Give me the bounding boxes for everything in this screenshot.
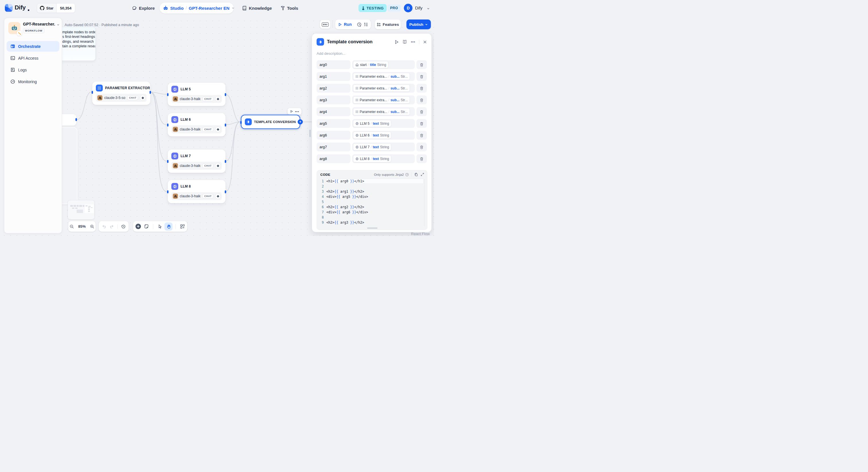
chevron-down-icon[interactable] — [231, 6, 235, 10]
dify-logo-icon[interactable] — [5, 4, 12, 12]
variable-name-input[interactable]: arg4 — [317, 107, 350, 116]
checklist-icon[interactable] — [364, 22, 368, 27]
node-llm-7[interactable]: LLM 7 claude-3-haiku-... CHAT — [167, 149, 226, 173]
account-name[interactable]: Dify — [415, 5, 423, 10]
redo-button[interactable] — [108, 223, 115, 230]
variable-value-select[interactable]: Parameter extra... / sub... Str... — [352, 72, 415, 81]
input-port[interactable] — [167, 191, 168, 193]
nav-explore[interactable]: Explore — [132, 0, 155, 16]
user-avatar[interactable]: D — [404, 4, 412, 12]
input-port[interactable] — [167, 160, 168, 163]
nav-tools[interactable]: Tools — [280, 0, 298, 16]
variable-name-input[interactable]: arg8 — [317, 154, 350, 163]
output-port[interactable] — [150, 91, 151, 94]
studio-breadcrumb[interactable]: Studio / GPT-Researcher EN — [160, 3, 234, 13]
variable-name-input[interactable]: arg2 — [317, 84, 350, 93]
add-node-button[interactable] — [134, 223, 142, 230]
zoom-level[interactable]: 85% — [78, 224, 86, 229]
zoom-in-button[interactable] — [89, 223, 96, 230]
delete-variable-button[interactable] — [416, 154, 427, 163]
output-port[interactable] — [225, 191, 226, 193]
node-llm-6[interactable]: LLM 6 claude-3-haiku-... CHAT — [167, 113, 226, 136]
variable-name-input[interactable]: arg6 — [317, 131, 350, 140]
close-panel-icon[interactable] — [423, 40, 427, 44]
output-port[interactable] — [225, 160, 226, 163]
publish-button[interactable]: Publish — [406, 20, 431, 29]
change-history-icon[interactable] — [120, 223, 127, 230]
panel-more-icon[interactable]: ••• — [411, 40, 415, 44]
features-button[interactable]: Features — [375, 20, 401, 29]
breadcrumb-app-name[interactable]: GPT-Researcher EN — [189, 6, 229, 11]
hand-mode-button[interactable] — [164, 223, 173, 231]
sidebar-item-orchestrate[interactable]: Orchestrate — [7, 41, 59, 52]
delete-variable-button[interactable] — [416, 72, 427, 81]
nav-knowledge[interactable]: Knowledge — [242, 0, 272, 16]
delete-variable-button[interactable] — [416, 96, 427, 104]
copy-code-icon[interactable] — [414, 173, 418, 176]
sidebar-item-logs[interactable]: Logs — [7, 65, 59, 75]
account-chevron-down-icon[interactable] — [427, 7, 430, 10]
run-button[interactable]: Run — [344, 22, 352, 27]
code-content[interactable]: 1<h1>{{ arg0 }}</h1> 2 3<h2>{{ arg1 }}</… — [317, 179, 427, 225]
expand-code-icon[interactable] — [421, 173, 424, 176]
add-next-node-button[interactable]: + — [298, 119, 303, 125]
panel-resize-handle[interactable] — [309, 130, 311, 137]
input-port[interactable] — [167, 124, 168, 127]
minimap[interactable] — [68, 200, 94, 220]
delete-variable-button[interactable] — [416, 142, 427, 151]
help-doc-icon[interactable] — [402, 40, 407, 44]
input-port[interactable] — [240, 121, 242, 124]
zoom-out-button[interactable] — [68, 223, 75, 230]
delete-variable-button[interactable] — [416, 131, 427, 140]
node-parameter-extractor[interactable]: PARAMETER EXTRACTOR claude-3-5-son... CH… — [92, 81, 150, 105]
delete-variable-button[interactable] — [416, 60, 427, 69]
variable-value-select[interactable]: LLM 6 / text String — [352, 131, 415, 140]
note-node[interactable]: mplate nodes to orderly s first-level he… — [62, 27, 96, 61]
code-editor[interactable]: CODE Only supports Jinja2 — [317, 170, 427, 230]
node-llm-5[interactable]: LLM 5 claude-3-haiku-... CHAT — [167, 82, 226, 106]
variable-value-select[interactable]: LLM 8 / text String — [352, 154, 415, 163]
breadcrumb-studio[interactable]: Studio — [170, 6, 184, 11]
sidebar-item-api-access[interactable]: API Access — [7, 53, 59, 63]
variable-name-input[interactable]: arg1 — [317, 72, 350, 81]
variable-value-select[interactable]: Parameter extra... / sub... Str... — [352, 96, 415, 104]
output-port[interactable] — [225, 124, 226, 127]
variable-value-select[interactable]: LLM 7 / text String — [352, 142, 415, 151]
undo-button[interactable] — [100, 223, 108, 230]
node-template-conversion[interactable]: TEMPLATE CONVERSION — [241, 115, 300, 129]
variable-name-input[interactable]: arg7 — [317, 142, 350, 151]
github-star-widget[interactable]: Star 50,354 — [37, 3, 75, 13]
variable-name-input[interactable]: arg0 — [317, 60, 350, 69]
input-port[interactable] — [92, 91, 93, 94]
variable-value-select[interactable]: Parameter extra... / sub... Str... — [352, 107, 415, 116]
app-title[interactable]: GPT-Researcher... — [23, 22, 55, 26]
sidebar-item-monitoring[interactable]: Monitoring — [7, 76, 59, 87]
add-note-button[interactable] — [143, 223, 150, 230]
run-history-icon[interactable] — [357, 22, 362, 27]
variable-name-input[interactable]: arg3 — [317, 96, 350, 104]
output-port[interactable] — [75, 118, 77, 121]
env-variables-button[interactable]: ENV — [320, 20, 330, 29]
clipped-iteration-node[interactable] — [62, 127, 78, 204]
description-input[interactable]: Add description... — [317, 51, 345, 56]
variable-name-input[interactable]: arg5 — [317, 119, 350, 128]
variable-value-select[interactable]: Parameter extra... / sub... Str... — [352, 84, 415, 93]
run-play-icon[interactable] — [338, 23, 342, 26]
help-icon[interactable] — [405, 173, 409, 176]
variable-value-select[interactable]: start / title String — [352, 60, 415, 69]
app-title-chevron-icon[interactable] — [57, 23, 60, 26]
output-port[interactable] — [225, 93, 226, 96]
delete-variable-button[interactable] — [416, 107, 427, 116]
run-this-step-icon[interactable] — [394, 40, 399, 44]
node-llm-8[interactable]: LLM 8 claude-3-haiku-... CHAT — [167, 180, 226, 203]
organize-nodes-button[interactable] — [179, 223, 186, 230]
delete-variable-button[interactable] — [416, 84, 427, 93]
clipped-node[interactable] — [62, 114, 76, 126]
variable-value-select[interactable]: LLM 5 / text String — [352, 119, 415, 128]
delete-variable-button[interactable] — [416, 119, 427, 128]
panel-title[interactable]: Template conversion — [327, 39, 394, 44]
pointer-mode-button[interactable] — [156, 223, 164, 230]
node-hover-actions[interactable]: ••• — [288, 108, 301, 115]
code-horizontal-scrollbar[interactable] — [367, 227, 377, 229]
plan-badge[interactable]: PRO — [388, 5, 401, 11]
